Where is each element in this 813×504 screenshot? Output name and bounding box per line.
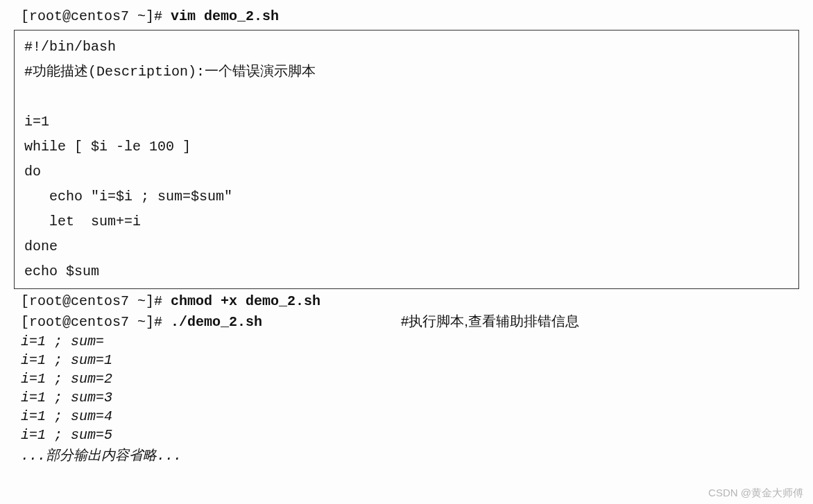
script-line: let sum+=i <box>24 214 141 229</box>
prompt: [root@centos7 ~]# <box>21 293 171 309</box>
script-line: do <box>24 164 41 180</box>
output-line: i=1 ; sum=3 <box>0 388 813 407</box>
command: ./demo_2.sh <box>171 314 262 330</box>
command-line-3: [root@centos7 ~]# ./demo_2.sh#执行脚本,查看辅助排… <box>0 311 813 332</box>
output-line: i=1 ; sum=1 <box>0 351 813 370</box>
command: chmod +x demo_2.sh <box>171 293 320 309</box>
script-line: done <box>24 238 58 254</box>
output-ellipsis: ...部分输出内容省略... <box>0 444 813 466</box>
output-line: i=1 ; sum=4 <box>0 407 813 426</box>
script-line: #功能描述(Description):一个错误演示脚本 <box>24 64 316 80</box>
script-content-box: #!/bin/bash #功能描述(Description):一个错误演示脚本 … <box>14 30 799 289</box>
script-line: #!/bin/bash <box>24 39 116 55</box>
command: vim demo_2.sh <box>171 8 279 24</box>
output-line: i=1 ; sum= <box>0 332 813 351</box>
inline-comment: #执行脚本,查看辅助排错信息 <box>401 312 579 331</box>
output-line: i=1 ; sum=5 <box>0 426 813 444</box>
script-line: echo $sum <box>24 263 99 279</box>
prompt: [root@centos7 ~]# <box>21 8 171 24</box>
output-line: i=1 ; sum=2 <box>0 370 813 388</box>
script-line: i=1 <box>24 114 49 130</box>
command-line-1: [root@centos7 ~]# vim demo_2.sh <box>0 7 813 26</box>
command-line-2: [root@centos7 ~]# chmod +x demo_2.sh <box>0 292 813 311</box>
script-line: while [ $i -le 100 ] <box>24 139 191 155</box>
prompt: [root@centos7 ~]# <box>21 314 171 330</box>
script-line: echo "i=$i ; sum=$sum" <box>24 189 232 205</box>
